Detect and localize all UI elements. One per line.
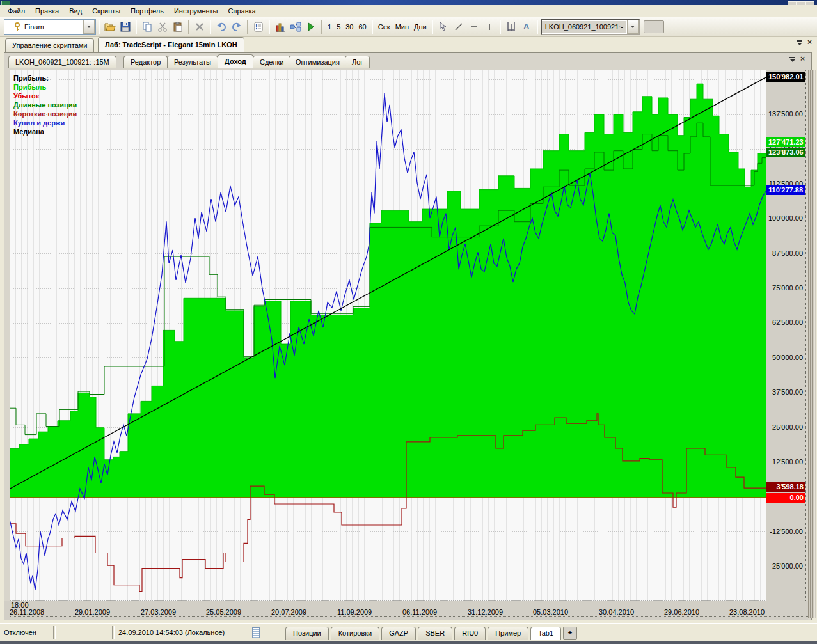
profit-value-tag: 127'471.23 xyxy=(766,137,805,147)
tab-results[interactable]: Результаты xyxy=(167,56,218,68)
long-value-tag: 123'873.06 xyxy=(766,148,805,157)
tab-lab-tradescript[interactable]: Лаб: TradeScript - Elegant 15min LKOH xyxy=(98,37,244,52)
lab-panel: LKOH_060921_100921:-:15M Редактор Резуль… xyxy=(4,52,812,620)
document-tab-row: Управление скриптами Лаб: TradeScript - … xyxy=(0,37,817,52)
tab-editor[interactable]: Редактор xyxy=(123,56,168,68)
unit-day-button[interactable]: Дни xyxy=(411,21,429,33)
interval-30-button[interactable]: 30 xyxy=(343,21,356,33)
vline-tool-button[interactable] xyxy=(482,19,497,35)
delete-button[interactable] xyxy=(192,19,207,35)
profit-chart-plot[interactable]: Прибыль: Прибыль Убыток Длинные позиции … xyxy=(10,70,766,601)
key-icon xyxy=(13,22,21,31)
copy-button[interactable] xyxy=(139,19,155,35)
account-combo[interactable]: Finam xyxy=(4,19,96,35)
legend-item-profit: Прибыль xyxy=(13,82,77,91)
lab-tab-close-icon[interactable]: × xyxy=(800,56,805,62)
chart-legend: Прибыль: Прибыль Убыток Длинные позиции … xyxy=(13,74,77,136)
chart-button[interactable] xyxy=(273,19,288,35)
loss-value-tag: 0.00 xyxy=(766,493,805,503)
menu-portfolio[interactable]: Портфель xyxy=(125,6,169,15)
interval-60-button[interactable]: 60 xyxy=(356,21,369,33)
pointer-tool-button[interactable] xyxy=(436,19,451,35)
legend-item-short: Короткие позиции xyxy=(13,109,77,118)
tab-script-management[interactable]: Управление скриптами xyxy=(5,38,94,52)
menu-file[interactable]: Файл xyxy=(3,6,30,15)
tab-tab1[interactable]: Tab1 xyxy=(530,627,561,640)
date-label: 30.04.2010 xyxy=(599,608,634,616)
add-workspace-tab-button[interactable]: + xyxy=(563,627,577,640)
paste-button[interactable] xyxy=(170,19,186,35)
tab-row-close-icon[interactable]: × xyxy=(807,40,812,45)
cut-button[interactable] xyxy=(155,19,170,35)
axis-label: 62'500.00 xyxy=(772,318,803,327)
interval-5-button[interactable]: 5 xyxy=(334,21,343,33)
tab-trades[interactable]: Сделки xyxy=(253,56,291,68)
legend-item-loss: Убыток xyxy=(13,91,77,100)
save-icon xyxy=(120,22,131,32)
tab-riu0[interactable]: RIU0 xyxy=(454,627,486,640)
tab-row-menu-icon[interactable] xyxy=(797,40,802,45)
lab-tab-menu-icon[interactable] xyxy=(789,56,795,62)
lab-tab-row: LKOH_060921_100921:-:15M Редактор Резуль… xyxy=(4,53,811,68)
script-properties-button[interactable] xyxy=(251,19,266,35)
diagonal-line-icon xyxy=(454,22,463,31)
text-tool-button[interactable]: A xyxy=(519,19,534,35)
account-combo-dropdown[interactable] xyxy=(83,20,95,34)
copy-icon xyxy=(142,22,152,32)
color-swatch-button[interactable] xyxy=(644,20,664,33)
candlestick-icon xyxy=(506,22,516,31)
tab-gazp[interactable]: GAZP xyxy=(381,627,416,640)
tab-quotes[interactable]: Котировки xyxy=(331,627,380,640)
undo-button[interactable] xyxy=(214,19,229,35)
legend-title: Прибыль: xyxy=(13,74,77,82)
redo-icon xyxy=(232,22,242,31)
menu-scripts[interactable]: Скрипты xyxy=(87,6,125,15)
symbol-combo-value: LKOH_060921_100921:- xyxy=(542,21,626,33)
axis-label: 87'500.00 xyxy=(772,249,803,258)
unit-min-button[interactable]: Мин xyxy=(393,21,411,33)
menu-edit[interactable]: Правка xyxy=(30,6,64,15)
tab-positions[interactable]: Позиции xyxy=(285,627,329,640)
axis-label: 75'000.00 xyxy=(772,284,803,292)
connection-status: Отключен xyxy=(0,626,53,639)
open-script-button[interactable] xyxy=(102,19,118,35)
window-titlebar[interactable] xyxy=(0,0,817,5)
layout-button[interactable] xyxy=(288,19,303,35)
menu-tools[interactable]: Инструменты xyxy=(169,6,223,15)
axis-label: 100'000.00 xyxy=(768,214,803,223)
account-combo-value: Finam xyxy=(21,23,47,31)
menu-help[interactable]: Справка xyxy=(223,6,261,15)
tab-sber[interactable]: SBER xyxy=(418,627,452,640)
workspace-tabs: Позиции Котировки GAZP SBER RIU0 Пример … xyxy=(285,625,577,640)
trendline-tool-button[interactable] xyxy=(451,19,466,35)
date-label: 25.05.2009 xyxy=(206,608,241,616)
value-axis: 150'000.00 137'500.00 125'000.00 112'500… xyxy=(766,70,806,601)
axis-label: 12'500.00 xyxy=(772,458,803,466)
legend-item-long: Длинные позиции xyxy=(13,100,77,109)
symbol-combo[interactable]: LKOH_060921_100921:- xyxy=(541,19,640,35)
tab-income[interactable]: Доход xyxy=(218,54,253,68)
unit-sec-button[interactable]: Сек xyxy=(376,21,393,33)
redo-button[interactable] xyxy=(229,19,244,35)
date-label: 31.12.2009 xyxy=(468,608,503,616)
tab-optimization[interactable]: Оптимизация xyxy=(289,56,347,68)
hline-tool-button[interactable] xyxy=(466,19,482,35)
tab-log[interactable]: Лог xyxy=(345,56,370,68)
interval-1-button[interactable]: 1 xyxy=(325,21,334,33)
flow-layout-icon xyxy=(290,22,301,32)
legend-item-buyhold: Купил и держи xyxy=(13,118,77,127)
symbol-combo-dropdown[interactable] xyxy=(627,20,639,34)
tab-example[interactable]: Пример xyxy=(488,627,528,640)
cursor-icon xyxy=(439,22,447,31)
panel-splitter-grip[interactable] xyxy=(808,70,816,618)
run-button[interactable] xyxy=(303,19,319,35)
save-button[interactable] xyxy=(118,19,133,35)
short-value-tag: 3'598.18 xyxy=(766,482,805,492)
menu-view[interactable]: Вид xyxy=(64,6,87,15)
tradescript-app-window: Файл Правка Вид Скрипты Портфель Инструм… xyxy=(0,0,817,644)
candles-tool-button[interactable] xyxy=(504,19,519,35)
vertical-line-icon xyxy=(487,22,492,31)
tab-symbol-series[interactable]: LKOH_060921_100921:-:15M xyxy=(8,56,116,68)
quotes-table-button[interactable] xyxy=(248,626,264,639)
menubar: Файл Правка Вид Скрипты Портфель Инструм… xyxy=(0,5,817,17)
